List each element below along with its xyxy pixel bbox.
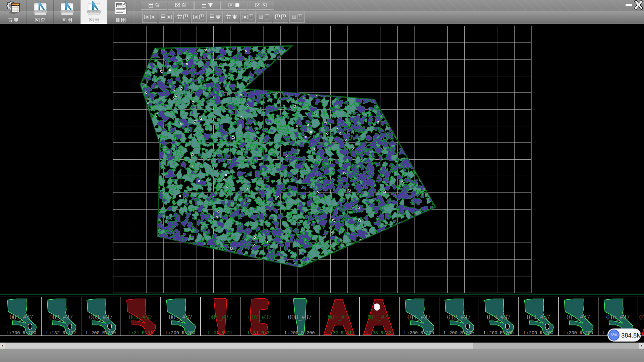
svg-text:017_#37: 017_#37 <box>639 313 644 321</box>
svg-text:008_#37: 008_#37 <box>288 313 312 321</box>
svg-text:L:700 R:700: L:700 R:700 <box>6 330 36 336</box>
svg-text:L:32 R:31: L:32 R:31 <box>327 330 352 336</box>
svg-text:015_#37: 015_#37 <box>567 313 590 321</box>
svg-text:L:200 R:200: L:200 R:200 <box>524 330 553 336</box>
svg-text:L:33 R:33: L:33 R:33 <box>367 330 391 336</box>
svg-text:L:21 R:21: L:21 R:21 <box>208 330 232 336</box>
svg-text:L:31 R:31: L:31 R:31 <box>128 330 153 336</box>
svg-text:L:200 R:200: L:200 R:200 <box>285 330 315 336</box>
svg-text:010_#37: 010_#37 <box>368 313 391 321</box>
svg-text:009_#37: 009_#37 <box>328 313 351 321</box>
svg-text:L:200 R:200: L:200 R:200 <box>444 330 474 336</box>
svg-text:005_#37: 005_#37 <box>169 313 192 321</box>
svg-text:004_#37: 004_#37 <box>129 313 152 321</box>
svg-text:L:200 R:200: L:200 R:200 <box>404 330 434 336</box>
svg-text:L:200 R:200: L:200 R:200 <box>165 330 195 336</box>
svg-text:014_#37: 014_#37 <box>527 313 550 321</box>
svg-text:003_#37: 003_#37 <box>89 313 113 321</box>
svg-text:L:200 R:200: L:200 R:200 <box>484 330 514 336</box>
svg-text:L:31 R:31: L:31 R:31 <box>248 330 272 336</box>
svg-text:016_#37: 016_#37 <box>606 313 630 321</box>
svg-text:L:200 R:200: L:200 R:200 <box>86 330 116 336</box>
svg-text:007_#37: 007_#37 <box>248 313 272 321</box>
svg-text:L:132 R:132: L:132 R:132 <box>46 330 76 336</box>
svg-text:002_#37: 002_#37 <box>49 313 73 321</box>
svg-text:001_#37: 001_#37 <box>10 313 33 321</box>
svg-text:006_#37: 006_#37 <box>209 313 232 321</box>
svg-text:013_#37: 013_#37 <box>487 313 511 321</box>
svg-text:011_#37: 011_#37 <box>408 313 431 321</box>
svg-text:L:200 R:200: L:200 R:200 <box>563 330 593 336</box>
svg-text:012_#37: 012_#37 <box>447 313 471 321</box>
